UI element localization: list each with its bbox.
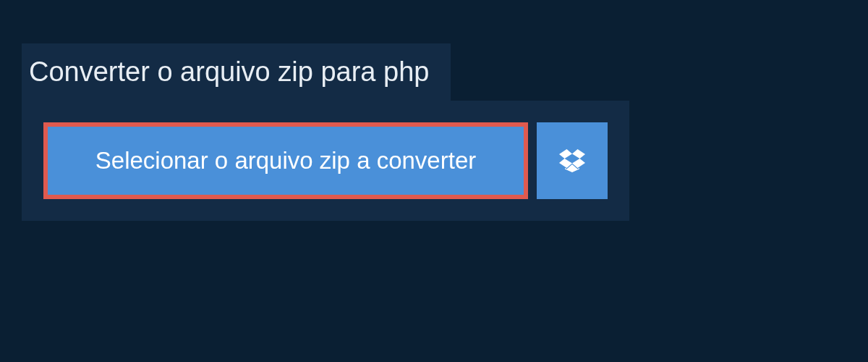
upload-panel: Selecionar o arquivo zip a converter [22, 101, 629, 221]
dropbox-button[interactable] [537, 122, 608, 199]
page-title: Converter o arquivo zip para php [22, 43, 451, 101]
converter-widget: Converter o arquivo zip para php Selecio… [0, 0, 868, 264]
dropbox-icon [559, 149, 585, 172]
button-row: Selecionar o arquivo zip a converter [43, 122, 608, 199]
select-file-button[interactable]: Selecionar o arquivo zip a converter [43, 122, 528, 199]
